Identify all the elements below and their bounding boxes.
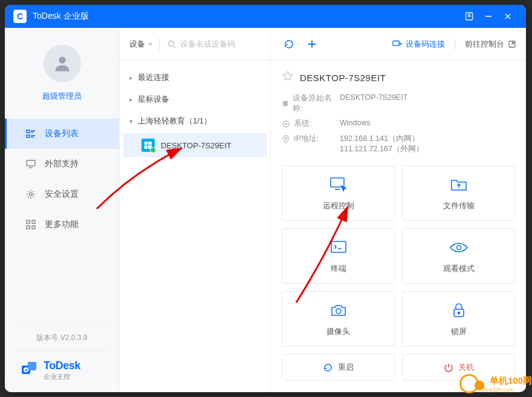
svg-line-24 (174, 46, 175, 48)
star-icon[interactable] (282, 70, 294, 85)
svg-rect-10 (27, 135, 30, 137)
username: 超级管理员 (5, 91, 119, 102)
footer-label: 关机 (458, 362, 474, 373)
brand-footer: ToDesk 企业主控 (5, 351, 119, 392)
card-label: 观看模式 (443, 263, 475, 274)
camera-button[interactable]: 摄像头 (282, 291, 395, 347)
tree-label: 星标设备 (138, 94, 169, 105)
camera-icon (329, 301, 348, 320)
svg-point-34 (283, 121, 289, 127)
svg-point-23 (169, 41, 174, 46)
ip-external: 111.121.72.167（外网） (340, 144, 424, 154)
add-button[interactable] (303, 36, 320, 53)
svg-rect-18 (27, 226, 30, 229)
svg-rect-27 (144, 145, 148, 149)
svg-point-43 (458, 312, 459, 314)
device-tree-panel: 设备 ▸最近连接 ▸星标设备 ▾上海轻轻教育（1/1） DESKTOP-7S2 (120, 28, 271, 392)
watch-mode-button[interactable]: 观看模式 (402, 228, 515, 284)
svg-point-40 (456, 246, 461, 250)
minimize-button[interactable] (479, 8, 498, 24)
tree-label: 最近连接 (138, 72, 169, 83)
notes-icon[interactable] (459, 8, 479, 24)
svg-point-41 (336, 309, 341, 313)
svg-point-15 (30, 193, 33, 196)
scope-selector[interactable]: 设备 (127, 39, 155, 50)
svg-rect-19 (32, 226, 35, 229)
lock-icon (451, 301, 467, 320)
svg-rect-13 (27, 160, 35, 166)
card-label: 文件传输 (443, 200, 475, 211)
svg-rect-25 (144, 142, 148, 145)
remote-control-button[interactable]: 远程控制 (282, 165, 395, 221)
watermark-name: 单机100网 (490, 375, 532, 387)
tree-item-starred[interactable]: ▸星标设备 (120, 88, 270, 110)
version-label: 版本号 V2.0.3.9 (16, 325, 108, 351)
info-label: 设备原始名称: (293, 93, 334, 114)
grid-icon (25, 219, 36, 230)
remote-icon (328, 175, 349, 194)
info-value: Windows (340, 119, 371, 127)
terminal-button[interactable]: 终端 (282, 228, 395, 284)
svg-point-36 (285, 137, 287, 139)
power-icon (444, 363, 453, 372)
device-name-label: DESKTOP-7S29EIT (161, 141, 232, 150)
sidebar-item-security[interactable]: 安全设置 (5, 179, 119, 209)
terminal-icon (329, 238, 348, 257)
watermark-logo-icon (459, 374, 479, 393)
window-title: ToDesk 企业版 (33, 11, 459, 22)
svg-rect-16 (27, 220, 30, 223)
eye-icon (449, 238, 469, 257)
list-icon (25, 128, 36, 139)
folder-icon (449, 175, 469, 194)
info-label: 系统: (294, 119, 311, 129)
watermark-url: danji100.com (481, 387, 532, 393)
sidebar-item-more[interactable]: 更多功能 (5, 209, 119, 240)
sidebar: 超级管理员 设备列表 外部支持 安全设置 更多功能 (5, 28, 120, 392)
refresh-button[interactable] (281, 36, 297, 53)
sidebar-item-label: 更多功能 (45, 219, 79, 230)
chevron-right-icon: ▸ (129, 96, 134, 103)
svg-rect-17 (32, 220, 35, 223)
connect-icon (392, 39, 402, 49)
svg-rect-33 (283, 101, 288, 106)
link-label: 设备码连接 (406, 39, 445, 50)
goto-console-button[interactable]: 前往控制台 (465, 39, 516, 50)
svg-point-35 (285, 123, 287, 125)
tree-item-recent[interactable]: ▸最近连接 (120, 67, 270, 88)
app-logo: C (13, 10, 27, 23)
card-label: 远程控制 (323, 200, 354, 211)
link-label: 前往控制台 (465, 39, 504, 50)
scope-label: 设备 (129, 39, 145, 50)
brand-subtitle: 企业主控 (44, 372, 80, 381)
sidebar-item-devices[interactable]: 设备列表 (5, 119, 119, 149)
svg-rect-39 (331, 241, 346, 252)
device-code-connect-button[interactable]: 设备码连接 (392, 39, 445, 50)
close-button[interactable] (498, 8, 517, 24)
tree-item-group[interactable]: ▾上海轻轻教育（1/1） (120, 110, 270, 132)
brand-logo-icon (19, 359, 39, 381)
card-label: 终端 (331, 263, 346, 274)
windows-icon (141, 139, 155, 152)
device-list-item[interactable]: DESKTOP-7S29EIT (123, 133, 267, 157)
search-icon (167, 39, 177, 49)
file-transfer-button[interactable]: 文件传输 (402, 165, 515, 221)
external-link-icon (508, 40, 516, 48)
monitor-icon (25, 159, 36, 169)
svg-rect-31 (393, 41, 399, 46)
restart-button[interactable]: 重启 (282, 354, 395, 381)
svg-rect-26 (148, 142, 152, 145)
avatar[interactable] (44, 45, 81, 82)
titlebar: C ToDesk 企业版 (5, 5, 526, 28)
sidebar-item-external[interactable]: 外部支持 (5, 149, 119, 179)
watermark: 单机100网 danji100.com (459, 374, 532, 393)
card-label: 摄像头 (326, 326, 350, 337)
location-icon (282, 135, 290, 143)
search-input[interactable] (163, 35, 263, 53)
svg-rect-7 (27, 130, 30, 133)
footer-label: 重启 (338, 362, 354, 373)
lock-screen-button[interactable]: 锁屏 (402, 291, 515, 347)
restart-icon (323, 363, 333, 373)
gear-icon (25, 189, 36, 200)
chevron-down-icon: ▾ (129, 118, 134, 125)
device-title: DESKTOP-7S29EIT (300, 73, 386, 83)
